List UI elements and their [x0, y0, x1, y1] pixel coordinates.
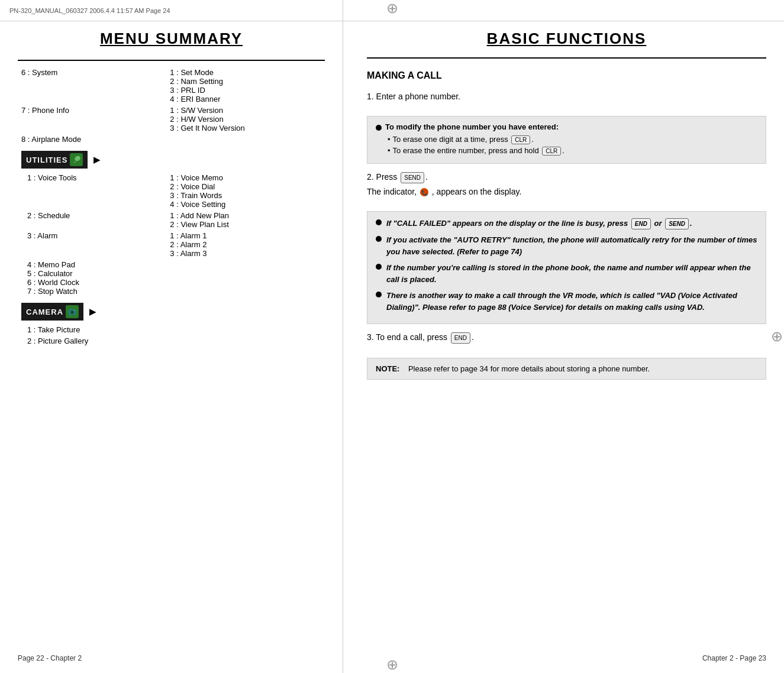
menu-label: 7 : Phone Info: [18, 105, 166, 134]
menu-label: 3 : Alarm: [18, 230, 166, 259]
info-bullet-list: To erase one digit at a time, press CLR.…: [388, 135, 757, 156]
end-key-2: END: [451, 332, 470, 344]
step-2-info-box: If "CALL FAILED" appears on the display …: [367, 211, 766, 324]
send-key: SEND: [401, 172, 424, 183]
utilities-badge: UTILITIES: [21, 151, 88, 169]
clr-hold-key: CLR: [542, 147, 561, 156]
reg-mark-right: ⊕: [771, 329, 783, 344]
section-title: MAKING A CALL: [367, 70, 766, 81]
bullet-icon: [376, 125, 382, 131]
footer-right: Chapter 2 - Page 23: [702, 654, 766, 662]
list-item-text: To erase one digit at a time, press CLR.: [393, 135, 534, 144]
bullet-icon: [376, 264, 382, 270]
step-3: 3. To end a call, press END.: [367, 331, 766, 344]
list-item: To erase the entire number, press and ho…: [388, 146, 757, 156]
bullet-icon: [376, 236, 382, 242]
menu-summary-title: MENU SUMMARY: [18, 30, 325, 48]
footer-left: Page 22 - Chapter 2: [18, 654, 82, 662]
table-row: 1 : Take Picture: [18, 324, 325, 335]
menu-label: 6 : System: [18, 67, 166, 105]
svg-rect-5: [70, 308, 73, 310]
menu-table: 6 : System 1 : Set Mode2 : Nam Setting3 …: [18, 67, 325, 347]
reg-mark-bottom: ⊕: [386, 658, 398, 672]
step-3-text: 3. To end a call, press END.: [367, 332, 474, 342]
menu-label: 1 : Take Picture: [18, 324, 166, 335]
note-box: NOTE: Please refer to page 34 for more d…: [367, 358, 766, 380]
step-1: 1. Enter a phone number.: [367, 90, 766, 103]
svg-point-4: [72, 312, 73, 313]
bullet-icon: [376, 219, 382, 225]
utilities-label: UTILITIES: [26, 156, 67, 164]
camera-icon: [66, 305, 79, 318]
info-box-title: To modify the phone number you have ente…: [376, 122, 757, 131]
right-column: BASIC FUNCTIONS MAKING A CALL 1. Enter a…: [343, 0, 784, 673]
menu-sub: 1 : Alarm 12 : Alarm 23 : Alarm 3: [166, 230, 325, 259]
menu-divider: [18, 60, 325, 61]
svg-rect-6: [74, 310, 75, 311]
menu-label: 2 : Schedule: [18, 210, 166, 230]
bullet-row-3: If the number you're calling is stored i…: [376, 262, 757, 285]
header-strip: PN-320_MANUAL_060327 2006.4.4 11:57 AM P…: [0, 0, 784, 21]
menu-sub: 1 : Voice Memo2 : Voice Dial3 : Train Wo…: [166, 172, 325, 210]
utilities-arrow: ▶: [93, 155, 100, 164]
bullet-row-2: If you activate the "AUTO RETRY" functio…: [376, 234, 757, 257]
header-text: PN-320_MANUAL_060327 2006.4.4 11:57 AM P…: [9, 7, 170, 14]
utilities-icon: [70, 153, 83, 166]
list-item-text: To erase the entire number, press and ho…: [393, 146, 564, 156]
table-row: 4 : Memo Pad5 : Calculator6 : World Cloc…: [18, 259, 325, 297]
camera-label: CAMERA: [26, 308, 63, 316]
camera-badge: CAMERA: [21, 303, 83, 321]
menu-sub: 1 : Add New Plan2 : View Plan List: [166, 210, 325, 230]
step-2-line1: 2. Press SEND.: [367, 171, 766, 183]
step-2-line2: The indicator, 📞 , appears on the displa…: [367, 186, 766, 198]
svg-point-0: [74, 155, 81, 162]
info-title-text: To modify the phone number you have ente…: [385, 122, 559, 131]
basic-functions-title: BASIC FUNCTIONS: [367, 30, 766, 48]
menu-sub: 1 : S/W Version2 : H/W Version3 : Get It…: [166, 105, 325, 134]
note-text: NOTE: Please refer to page 34 for more d…: [376, 364, 650, 373]
step-1-info-box: To modify the phone number you have ente…: [367, 116, 766, 164]
left-column: MENU SUMMARY 6 : System 1 : Set Mode2 : …: [0, 0, 343, 673]
camera-badge-row: CAMERA: [18, 297, 325, 324]
page-container: ⊕ ⊕ ⊕ PN-320_MANUAL_060327 2006.4.4 11:5…: [0, 0, 784, 673]
clr-key: CLR: [511, 135, 530, 144]
menu-sub: [166, 134, 325, 145]
bullet-text: If "CALL FAILED" appears on the display …: [386, 218, 692, 229]
bullet-text: If you activate the "AUTO RETRY" functio…: [386, 234, 757, 257]
bullet-row-4: There is another way to make a call thro…: [376, 290, 757, 313]
bullet-text: If the number you're calling is stored i…: [386, 262, 757, 285]
step-1-num: 1. Enter a phone number.: [367, 92, 460, 101]
table-row: 8 : Airplane Mode: [18, 134, 325, 145]
leaf-icon: [72, 155, 81, 164]
step-2: 2. Press SEND. The indicator, 📞 , appear…: [367, 171, 766, 198]
svg-text:📞: 📞: [421, 189, 428, 196]
table-row: 3 : Alarm 1 : Alarm 12 : Alarm 23 : Alar…: [18, 230, 325, 259]
utilities-badge-row: UTILITIES ▶: [18, 145, 325, 172]
bullet-text: There is another way to make a call thro…: [386, 290, 757, 313]
send-key-2: SEND: [665, 218, 689, 229]
bullet-row-1: If "CALL FAILED" appears on the display …: [376, 218, 757, 229]
menu-label: 1 : Voice Tools: [18, 172, 166, 210]
menu-sub: 1 : Set Mode2 : Nam Setting3 : PRL ID4 :…: [166, 67, 325, 105]
table-row: 2 : Picture Gallery: [18, 335, 325, 347]
camera-arrow: ▶: [89, 307, 96, 316]
end-key: END: [631, 218, 651, 229]
indicator-icon: 📞: [419, 187, 430, 198]
menu-label: 2 : Picture Gallery: [18, 335, 166, 347]
table-row: 2 : Schedule 1 : Add New Plan2 : View Pl…: [18, 210, 325, 230]
right-divider: [367, 57, 766, 59]
table-row: 1 : Voice Tools 1 : Voice Memo2 : Voice …: [18, 172, 325, 210]
bullet-icon: [376, 292, 382, 297]
camera-svg-icon: [67, 307, 77, 316]
menu-label: 8 : Airplane Mode: [18, 134, 166, 145]
list-item: To erase one digit at a time, press CLR.: [388, 135, 757, 144]
menu-label: 4 : Memo Pad5 : Calculator6 : World Cloc…: [18, 259, 325, 297]
table-row: 7 : Phone Info 1 : S/W Version2 : H/W Ve…: [18, 105, 325, 134]
table-row: 6 : System 1 : Set Mode2 : Nam Setting3 …: [18, 67, 325, 105]
